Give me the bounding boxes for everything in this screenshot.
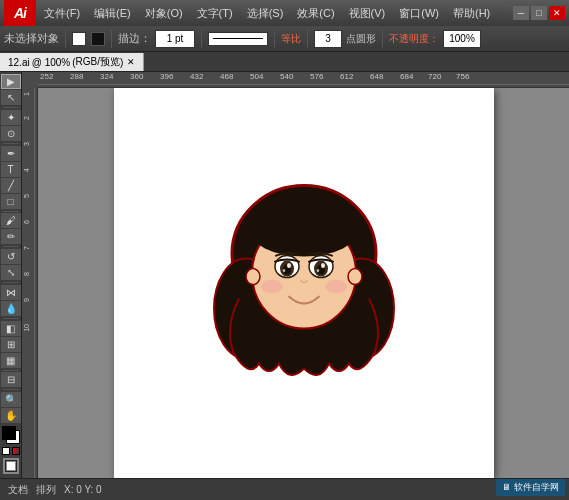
- title-bar: Ai 文件(F) 编辑(E) 对象(O) 文字(T) 选择(S) 效果(C) 视…: [0, 0, 569, 26]
- slice-tool-button[interactable]: ⊟: [1, 372, 21, 387]
- vertical-ruler: 1 2 3 4 5 6 7 8 9 10: [22, 88, 38, 478]
- watermark: 🖥 软件自学网: [496, 479, 565, 496]
- mesh-tool-button[interactable]: ⊞: [1, 337, 21, 352]
- opacity-label: 不透明度：: [389, 32, 439, 46]
- svg-point-5: [246, 269, 260, 285]
- status-text-1: 文档: [8, 483, 28, 497]
- toolbar-separator-6: [382, 30, 383, 48]
- menu-text[interactable]: 文字(T): [191, 4, 239, 23]
- window-controls: ─ □ ✕: [513, 6, 565, 20]
- pen-tool-button[interactable]: ✒: [1, 146, 21, 161]
- white-canvas: [114, 88, 494, 478]
- menu-select[interactable]: 选择(S): [241, 4, 290, 23]
- menu-object[interactable]: 对象(O): [139, 4, 189, 23]
- minimize-button[interactable]: ─: [513, 6, 529, 20]
- character-illustration: [204, 169, 404, 389]
- tab-zoom: @ 100%: [32, 57, 71, 68]
- scale-tool-button[interactable]: ⤡: [1, 265, 21, 280]
- tool-separator-8: [3, 389, 19, 390]
- svg-point-18: [325, 280, 347, 294]
- equal-ratio-button[interactable]: 等比: [281, 32, 301, 46]
- fill-indicator[interactable]: [3, 458, 19, 474]
- toolbar: 未选择对象 描边： 等比 点圆形 不透明度：: [0, 26, 569, 52]
- svg-point-15: [282, 269, 284, 272]
- pencil-tool-button[interactable]: ✏: [1, 229, 21, 244]
- ruler-corner: [22, 72, 38, 88]
- horizontal-ruler: 252 288 324 360 396 432 468 504 540 576 …: [38, 72, 569, 88]
- tool-separator-3: [3, 211, 19, 212]
- shape-label: 点圆形: [346, 32, 376, 46]
- document-tab[interactable]: 12.ai @ 100% (RGB/预览) ✕: [0, 53, 144, 71]
- zoom-tool-button[interactable]: 🔍: [1, 392, 21, 407]
- selection-tool-button[interactable]: ▶: [1, 74, 21, 89]
- rotate-tool-button[interactable]: ↺: [1, 249, 21, 264]
- white-swatch[interactable]: [2, 447, 10, 455]
- magic-wand-tool-button[interactable]: ✦: [1, 110, 21, 125]
- gradient-tool-button[interactable]: ◧: [1, 321, 21, 336]
- none-swatch[interactable]: [12, 447, 20, 455]
- tool-separator-1: [3, 107, 19, 108]
- watermark-label: 软件自学网: [514, 482, 559, 492]
- main-area: ▶ ↖ ✦ ⊙ ✒ T ╱ □ 🖌 ✏ ↺ ⤡ ⋈ 💧 ◧ ⊞ ▦ ⊟ 🔍 ✋: [0, 72, 569, 478]
- chart-tool-button[interactable]: ▦: [1, 353, 21, 368]
- paintbrush-tool-button[interactable]: 🖌: [1, 213, 21, 228]
- menu-bar: 文件(F) 编辑(E) 对象(O) 文字(T) 选择(S) 效果(C) 视图(V…: [38, 4, 513, 23]
- color-swatch-pair: [2, 426, 20, 444]
- menu-edit[interactable]: 编辑(E): [88, 4, 137, 23]
- direct-selection-tool-button[interactable]: ↖: [1, 90, 21, 105]
- hand-tool-button[interactable]: ✋: [1, 408, 21, 423]
- tool-separator-4: [3, 246, 19, 247]
- stroke-label: 描边：: [118, 31, 151, 46]
- fill-color-swatch[interactable]: [91, 32, 105, 46]
- status-bar: 文档 排列 X: 0 Y: 0: [0, 478, 569, 500]
- tool-separator-6: [3, 318, 19, 319]
- line-tool-button[interactable]: ╱: [1, 178, 21, 193]
- rectangle-tool-button[interactable]: □: [1, 194, 21, 209]
- object-label: 未选择对象: [4, 31, 59, 46]
- watermark-text: 🖥: [502, 482, 511, 492]
- menu-help[interactable]: 帮助(H): [447, 4, 496, 23]
- left-toolbar: ▶ ↖ ✦ ⊙ ✒ T ╱ □ 🖌 ✏ ↺ ⤡ ⋈ 💧 ◧ ⊞ ▦ ⊟ 🔍 ✋: [0, 72, 22, 478]
- tool-separator-7: [3, 370, 19, 371]
- lasso-tool-button[interactable]: ⊙: [1, 126, 21, 141]
- blend-tool-button[interactable]: ⋈: [1, 285, 21, 300]
- maximize-button[interactable]: □: [531, 6, 547, 20]
- menu-view[interactable]: 视图(V): [343, 4, 392, 23]
- stroke-width-input[interactable]: [155, 30, 195, 48]
- stroke-line: [213, 38, 263, 39]
- svg-point-14: [321, 263, 325, 268]
- ruler-h-label: 252: [40, 72, 53, 81]
- toolbar-separator-1: [65, 30, 66, 48]
- toolbar-separator-3: [201, 30, 202, 48]
- menu-effect[interactable]: 效果(C): [291, 4, 340, 23]
- fill-box-inner: [6, 461, 16, 471]
- point-count-input[interactable]: [314, 30, 342, 48]
- tab-close-button[interactable]: ✕: [127, 57, 135, 67]
- tool-separator-5: [3, 282, 19, 283]
- toolbar-separator-5: [307, 30, 308, 48]
- status-text-2: 排列: [36, 483, 56, 497]
- menu-window[interactable]: 窗口(W): [393, 4, 445, 23]
- type-tool-button[interactable]: T: [1, 162, 21, 177]
- close-button[interactable]: ✕: [549, 6, 565, 20]
- eyedropper-tool-button[interactable]: 💧: [1, 301, 21, 316]
- tab-bar: 12.ai @ 100% (RGB/预览) ✕: [0, 52, 569, 72]
- svg-point-17: [261, 280, 283, 294]
- toolbar-separator-2: [111, 30, 112, 48]
- menu-file[interactable]: 文件(F): [38, 4, 86, 23]
- opacity-input[interactable]: [443, 30, 481, 48]
- stroke-color-swatch[interactable]: [72, 32, 86, 46]
- toolbar-separator-4: [274, 30, 275, 48]
- character-svg: [204, 169, 404, 389]
- tab-name: 12.ai: [8, 57, 30, 68]
- stroke-preview: [208, 32, 268, 46]
- canvas-area: 252 288 324 360 396 432 468 504 540 576 …: [22, 72, 569, 478]
- foreground-color-swatch[interactable]: [2, 426, 16, 440]
- svg-point-13: [287, 263, 291, 268]
- status-coordinates: X: 0 Y: 0: [64, 484, 102, 495]
- app-logo: Ai: [4, 0, 36, 26]
- svg-point-16: [316, 269, 318, 272]
- svg-point-6: [348, 269, 362, 285]
- color-swatches: [0, 424, 22, 476]
- tool-separator-2: [3, 143, 19, 144]
